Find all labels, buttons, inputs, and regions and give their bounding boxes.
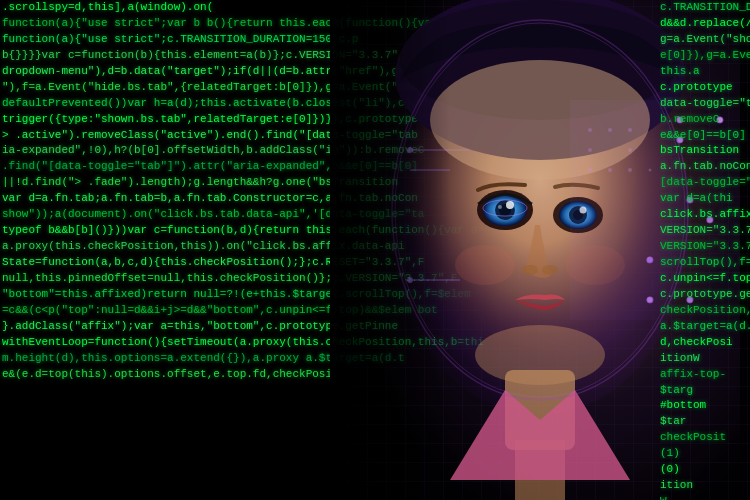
svg-point-38 — [408, 278, 413, 283]
right-code-line: checkPosit — [660, 430, 750, 446]
right-code-line: d&&d.replace(/.*(2=#[^\s]*$/), — [660, 16, 750, 32]
right-code-line: affix-top- — [660, 367, 750, 383]
svg-point-54 — [522, 265, 538, 275]
right-code-line: a.fn.tab.noCon — [660, 159, 750, 175]
right-code-line: click.bs.affix.data-api — [660, 207, 750, 223]
right-code-line: W — [660, 494, 750, 500]
right-code-line: e[0]}),g=a.Event("show.bs functi — [660, 48, 750, 64]
right-edge-code: c.TRANSITION_DURATION=150,c.pd&&d.replac… — [660, 0, 750, 500]
right-code-line: VERSION="3.3.7",F — [660, 223, 750, 239]
right-code-line: d,checkPosi — [660, 335, 750, 351]
svg-point-68 — [608, 168, 612, 172]
svg-point-65 — [588, 148, 592, 152]
right-code-line: data-toggle="tab — [660, 96, 750, 112]
svg-point-47 — [506, 201, 514, 209]
right-code-line: $tar — [660, 414, 750, 430]
right-code-line: checkPosition,this,b=thi — [660, 303, 750, 319]
right-code-line: this.a — [660, 64, 750, 80]
svg-point-64 — [628, 128, 632, 132]
svg-point-62 — [588, 128, 592, 132]
right-code-line: e&&e[0]==b[0] — [660, 128, 750, 144]
right-code-line: a.$target=a(d.t — [660, 319, 750, 335]
right-code-line: $targ — [660, 383, 750, 399]
right-code-line: g=a.Event("show.bs — [660, 32, 750, 48]
right-code-line: scrollTop(),f=$elem — [660, 255, 750, 271]
svg-point-37 — [408, 148, 413, 153]
right-code-line: ition — [660, 478, 750, 494]
right-code-line: #bottom — [660, 398, 750, 414]
right-code-line: (1) — [660, 446, 750, 462]
svg-point-56 — [475, 325, 605, 385]
svg-point-48 — [498, 205, 502, 209]
svg-point-55 — [542, 265, 558, 275]
right-code-line: c.unpin<=f.top)&&$elem bot — [660, 271, 750, 287]
right-code-line: VERSION="3.3.7",F — [660, 239, 750, 255]
right-code-line: c.prototype.getPinne — [660, 287, 750, 303]
right-code-line: c.TRANSITION_DURATION=150,c.p — [660, 0, 750, 16]
svg-point-69 — [628, 168, 632, 172]
right-code-line: var d=a(thi — [660, 191, 750, 207]
svg-point-70 — [649, 169, 652, 172]
right-code-line: b.removeC — [660, 112, 750, 128]
svg-point-66 — [628, 148, 632, 152]
right-code-line: bsTransition — [660, 143, 750, 159]
svg-point-63 — [608, 128, 612, 132]
svg-point-57 — [455, 245, 515, 285]
right-code-line: (0) — [660, 462, 750, 478]
right-code-line: itionW — [660, 351, 750, 367]
right-code-line: c.prototype — [660, 80, 750, 96]
svg-point-67 — [588, 168, 592, 172]
right-code-line: [data-toggle="ta — [660, 175, 750, 191]
